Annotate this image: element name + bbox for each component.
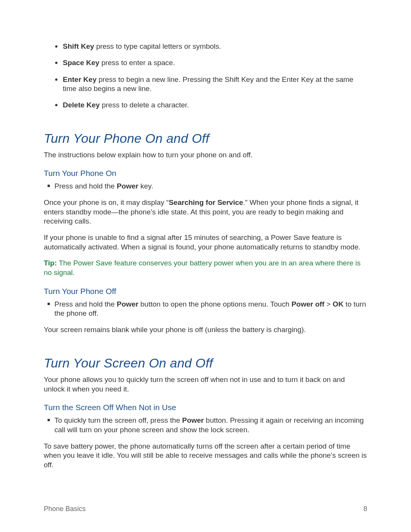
bold-text: Power [117, 300, 139, 308]
text: Press and hold the [54, 182, 117, 190]
section-heading-turn-screen: Turn Your Screen On and Off [44, 356, 367, 371]
list-item: To quickly turn the screen off, press th… [54, 416, 367, 435]
text: Press and hold the [54, 300, 117, 308]
list-item: Delete Key press to delete a character. [63, 101, 367, 110]
text: key. [139, 182, 153, 190]
steps-list: To quickly turn the screen off, press th… [44, 416, 367, 435]
section-intro: Your phone allows you to quickly turn th… [44, 375, 367, 394]
tip-text: The Power Save feature conserves your ba… [44, 259, 361, 276]
bold-text: Power off [292, 300, 325, 308]
key-name: Delete Key [63, 101, 100, 109]
text: > [324, 300, 333, 308]
bold-text: Power [117, 182, 139, 190]
tip-label: Tip: [44, 259, 57, 267]
list-item: Space Key press to enter a space. [63, 58, 367, 67]
list-item: Enter Key press to begin a new line. Pre… [63, 75, 367, 94]
key-desc: press to delete a character. [100, 101, 189, 109]
list-item: Press and hold the Power key. [54, 182, 367, 191]
steps-list: Press and hold the Power key. [44, 182, 367, 191]
bold-text: Power [182, 416, 204, 424]
text: button to open the phone options menu. T… [139, 300, 292, 308]
tip-paragraph: Tip: The Power Save feature conserves yo… [44, 259, 367, 277]
list-item: Press and hold the Power button to open … [54, 300, 367, 318]
section-intro: The instructions below explain how to tu… [44, 150, 367, 160]
subheading-phone-off: Turn Your Phone Off [44, 287, 367, 296]
key-desc: press to enter a space. [99, 59, 175, 67]
paragraph: Your screen remains blank while your pho… [44, 325, 367, 335]
page-footer: Phone Basics 8 [44, 505, 367, 513]
subheading-screen-off: Turn the Screen Off When Not in Use [44, 403, 367, 412]
key-name: Enter Key [63, 75, 97, 83]
bold-text: OK [333, 300, 344, 308]
key-desc: press to begin a new line. Pressing the … [63, 75, 354, 93]
key-list: Shift Key press to type capital letters … [44, 42, 367, 110]
paragraph: If your phone is unable to find a signal… [44, 233, 367, 252]
list-item: Shift Key press to type capital letters … [63, 42, 367, 51]
key-name: Space Key [63, 59, 99, 67]
paragraph: To save battery power, the phone automat… [44, 442, 367, 470]
paragraph: Once your phone is on, it may display “S… [44, 198, 367, 226]
subheading-phone-on: Turn Your Phone On [44, 169, 367, 178]
key-name: Shift Key [63, 42, 94, 50]
page: Shift Key press to type capital letters … [0, 0, 411, 532]
steps-list: Press and hold the Power button to open … [44, 300, 367, 318]
footer-page-number: 8 [363, 505, 367, 513]
bold-text: Searching for Service [169, 198, 243, 206]
footer-section-name: Phone Basics [44, 505, 86, 513]
key-desc: press to type capital letters or symbols… [94, 42, 221, 50]
text: To quickly turn the screen off, press th… [54, 416, 182, 424]
section-heading-turn-phone: Turn Your Phone On and Off [44, 131, 367, 146]
text: Once your phone is on, it may display “ [44, 198, 169, 206]
